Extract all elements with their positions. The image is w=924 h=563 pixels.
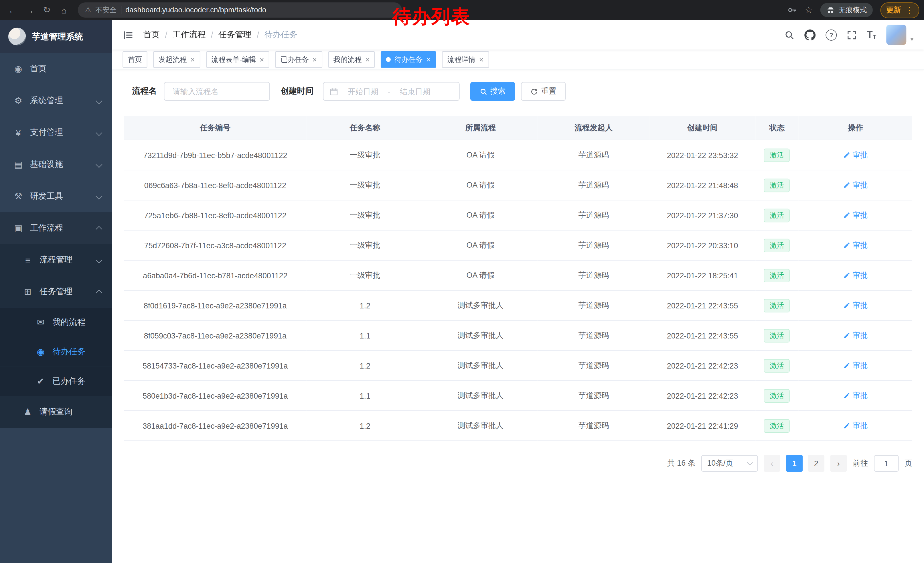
breadcrumb-item[interactable]: 首页 [143, 30, 160, 40]
close-icon[interactable]: × [479, 56, 484, 63]
process-cell: 测试多审批人 [423, 290, 538, 320]
chevron-down-icon [96, 257, 102, 263]
viewport: ← → ↻ ⌂ ⚠ 不安全 dashboard.yudao.iocoder.cn… [0, 0, 924, 563]
annotation-overlay: 待办列表 [393, 7, 470, 27]
approve-link[interactable]: 审批 [843, 420, 868, 431]
avatar-caret-icon[interactable]: ▾ [910, 36, 914, 43]
forward-icon[interactable]: → [22, 2, 38, 18]
next-page-button[interactable]: › [830, 455, 847, 471]
approve-link[interactable]: 审批 [843, 270, 868, 281]
sidebar-item-todo-tasks[interactable]: ◉待办任务 [0, 337, 112, 367]
prev-page-button[interactable]: ‹ [764, 455, 780, 471]
sidebar-item-done-tasks[interactable]: ✔已办任务 [0, 367, 112, 396]
sidebar-item-workflow[interactable]: ▣工作流程 [0, 212, 112, 244]
approve-link[interactable]: 审批 [843, 240, 868, 251]
sidebar-item-system[interactable]: ⚙系统管理 [0, 85, 112, 117]
tab-home[interactable]: 首页 [123, 51, 147, 68]
app-title: 芋道管理系统 [32, 31, 83, 42]
approve-label: 审批 [852, 300, 868, 311]
bookmark-star-icon[interactable]: ☆ [805, 5, 813, 15]
approve-link[interactable]: 审批 [843, 150, 868, 161]
sidebar-item-label: 首页 [30, 63, 101, 74]
approve-link[interactable]: 审批 [843, 360, 868, 371]
sidebar-item-dev-tools[interactable]: ⚒研发工具 [0, 180, 112, 212]
table-row: 8f059c03-7ac8-11ec-a9e2-a2380e71991a1.1测… [124, 320, 912, 350]
approve-link[interactable]: 审批 [843, 390, 868, 401]
fullscreen-icon[interactable] [847, 30, 857, 40]
status-cell: 激活 [755, 320, 799, 350]
search-button[interactable]: 搜索 [470, 82, 515, 101]
process-name-input[interactable] [171, 87, 262, 96]
process-name-label: 流程名 [132, 86, 157, 97]
sidebar-item-infrastructure[interactable]: ▤基础设施 [0, 149, 112, 180]
page-size-select[interactable]: 10条/页 [701, 455, 758, 471]
sidebar-logo-row[interactable]: 芋道管理系统 [0, 20, 112, 53]
status-badge: 激活 [764, 299, 790, 312]
created-time-cell: 2022-01-22 23:53:32 [650, 140, 755, 170]
created-time-cell: 2022-01-22 18:25:41 [650, 260, 755, 290]
goto-page-input[interactable] [874, 455, 898, 471]
app-frame: 芋道管理系统 ◉首页⚙系统管理¥支付管理▤基础设施⚒研发工具▣工作流程≡流程管理… [0, 20, 924, 563]
status-cell: 激活 [755, 170, 799, 200]
start-date-input[interactable] [340, 87, 385, 96]
approve-link[interactable]: 审批 [843, 300, 868, 311]
table-row: 73211d9d-7b9b-11ec-b5b7-acde48001122一级审批… [124, 140, 912, 170]
breadcrumb-item[interactable]: 工作流程 [172, 30, 206, 40]
yen-icon: ¥ [12, 128, 25, 138]
browser-menu-icon[interactable]: ⋮ [905, 6, 914, 15]
reset-button[interactable]: 重置 [521, 82, 566, 101]
github-icon[interactable] [804, 29, 816, 41]
close-icon[interactable]: × [426, 56, 431, 63]
page-button-1[interactable]: 1 [786, 455, 802, 471]
tab-label: 我的流程 [333, 54, 362, 65]
tab-process-detail[interactable]: 流程详情× [442, 51, 489, 68]
sidebar-item-task-mgmt[interactable]: ⊞任务管理 [0, 276, 112, 308]
approve-link[interactable]: 审批 [843, 330, 868, 341]
sidebar-item-leave-query[interactable]: ♟请假查询 [0, 396, 112, 428]
search-icon[interactable] [784, 30, 794, 40]
status-cell: 激活 [755, 200, 799, 230]
tab-form-edit[interactable]: 流程表单-编辑× [206, 51, 270, 68]
tab-label: 首页 [128, 54, 142, 65]
approve-link[interactable]: 审批 [843, 210, 868, 221]
tab-todo-tasks[interactable]: 待办任务× [381, 51, 436, 68]
sidebar-item-process-mgmt[interactable]: ≡流程管理 [0, 244, 112, 276]
column-header: 创建时间 [650, 116, 755, 140]
avatar[interactable] [886, 25, 906, 45]
action-cell: 审批 [799, 140, 912, 170]
approve-link[interactable]: 审批 [843, 180, 868, 191]
status-cell: 激活 [755, 381, 799, 411]
update-chip[interactable]: 更新 ⋮ [880, 2, 920, 18]
sidebar-fold-icon[interactable] [123, 29, 134, 41]
sidebar-item-label: 系统管理 [30, 96, 93, 106]
done-icon: ✔ [34, 376, 47, 387]
address-bar[interactable]: ⚠ 不安全 dashboard.yudao.iocoder.cn/bpm/tas… [78, 2, 402, 18]
help-icon[interactable]: ? [825, 29, 837, 41]
sidebar-item-my-process[interactable]: ✉我的流程 [0, 308, 112, 337]
breadcrumb-item[interactable]: 任务管理 [218, 30, 251, 40]
key-icon[interactable] [786, 5, 797, 15]
date-range-picker[interactable]: - [323, 82, 460, 101]
font-size-icon[interactable]: TT [867, 30, 876, 40]
close-icon[interactable]: × [260, 56, 264, 63]
sidebar-item-payment[interactable]: ¥支付管理 [0, 117, 112, 149]
tab-launch-process[interactable]: 发起流程× [153, 51, 200, 68]
close-icon[interactable]: × [312, 56, 317, 63]
edit-icon [843, 242, 850, 249]
process-cell: OA 请假 [423, 200, 538, 230]
close-icon[interactable]: × [365, 56, 370, 63]
status-cell: 激活 [755, 411, 799, 441]
reload-icon[interactable]: ↻ [39, 2, 55, 18]
back-icon[interactable]: ← [4, 2, 21, 18]
close-icon[interactable]: × [190, 56, 195, 63]
home-icon[interactable]: ⌂ [56, 2, 72, 18]
created-time-cell: 2022-01-21 22:43:55 [650, 290, 755, 320]
sidebar-item-home[interactable]: ◉首页 [0, 53, 112, 85]
action-cell: 审批 [799, 230, 912, 260]
page-button-2[interactable]: 2 [808, 455, 824, 471]
end-date-input[interactable] [393, 87, 437, 96]
tab-my-process[interactable]: 我的流程× [328, 51, 375, 68]
breadcrumb-item: 待办任务 [264, 30, 297, 40]
tab-done-tasks[interactable]: 已办任务× [275, 51, 322, 68]
edit-icon [843, 362, 850, 369]
